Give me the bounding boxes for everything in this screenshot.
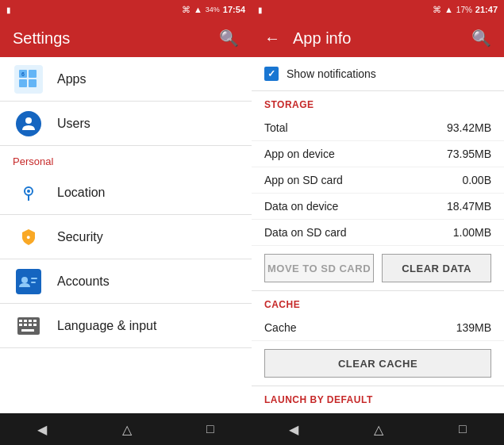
- users-label: Users: [57, 117, 90, 131]
- right-sim-icon: ▮: [258, 6, 263, 14]
- security-icon: ●: [13, 221, 44, 253]
- svg-rect-18: [19, 324, 22, 326]
- svg-rect-17: [33, 320, 37, 322]
- accounts-card-icon: [18, 274, 39, 290]
- cache-label: Cache: [264, 321, 296, 334]
- notifications-checkbox[interactable]: [264, 67, 279, 81]
- security-label: Security: [57, 230, 103, 244]
- left-battery-text: 34%: [206, 6, 220, 13]
- right-recent-nav-icon[interactable]: □: [459, 422, 467, 436]
- settings-item-apps[interactable]: 6 Apps: [0, 57, 252, 102]
- right-wifi-icon: ⌘: [433, 5, 441, 15]
- left-wifi-icon: ⌘: [182, 5, 190, 15]
- svg-rect-12: [31, 282, 36, 283]
- apps-grid-icon: 6: [17, 68, 40, 90]
- storage-row-total: Total 93.42MB: [252, 115, 504, 141]
- settings-item-location[interactable]: Location: [0, 171, 252, 215]
- right-signal-icon: ▲: [444, 5, 453, 14]
- app-info-content: Show notifications STORAGE Total 93.42MB…: [252, 57, 504, 413]
- cache-section-title: CACHE: [252, 291, 504, 315]
- data-device-label: Data on device: [264, 200, 338, 213]
- location-icon: [13, 177, 44, 209]
- clear-cache-button[interactable]: CLEAR CACHE: [264, 349, 491, 378]
- settings-item-language[interactable]: Language & input: [0, 304, 252, 348]
- svg-text:●: ●: [26, 233, 30, 241]
- left-recent-nav-icon[interactable]: □: [206, 422, 214, 436]
- right-status-bar: ▮ ⌘ ▲ 17% 21:47: [252, 0, 504, 19]
- left-search-button[interactable]: 🔍: [219, 29, 239, 48]
- storage-section-title: STORAGE: [252, 91, 504, 115]
- right-status-right: ⌘ ▲ 17% 21:47: [433, 5, 498, 15]
- personal-section-header: Personal: [0, 146, 252, 171]
- apps-label: Apps: [57, 72, 86, 86]
- left-back-nav-icon[interactable]: ◀: [37, 422, 47, 437]
- keyboard-svg-icon: [17, 317, 40, 335]
- cache-row: Cache 139MB: [252, 315, 504, 341]
- svg-point-10: [21, 277, 28, 283]
- svg-rect-21: [33, 324, 37, 326]
- cache-button-row: CLEAR CACHE: [252, 341, 504, 386]
- app-sd-value: 0.00B: [462, 174, 491, 186]
- svg-point-7: [27, 190, 30, 193]
- right-toolbar: ← App info 🔍: [252, 19, 504, 57]
- svg-rect-11: [31, 278, 37, 279]
- svg-rect-2: [19, 79, 27, 87]
- data-sd-label: Data on SD card: [264, 226, 347, 239]
- clear-data-button[interactable]: CLEAR DATA: [382, 254, 491, 282]
- storage-total-value: 93.42MB: [447, 121, 491, 134]
- svg-rect-1: [29, 70, 37, 78]
- users-icon: [13, 108, 44, 140]
- location-label: Location: [57, 186, 106, 200]
- move-to-sd-button[interactable]: MOVE TO SD CARD: [264, 254, 374, 282]
- svg-rect-14: [19, 320, 22, 322]
- svg-point-5: [25, 117, 32, 124]
- settings-item-security[interactable]: ● Security: [0, 215, 252, 259]
- data-device-value: 18.47MB: [447, 200, 491, 213]
- left-status-bar: ▮ ⌘ ▲ 34% 17:54: [0, 0, 252, 19]
- app-sd-label: App on SD card: [264, 174, 343, 186]
- show-notifications-row[interactable]: Show notifications: [252, 57, 504, 91]
- right-toolbar-title: App info: [293, 29, 459, 48]
- right-home-nav-icon[interactable]: △: [374, 422, 383, 437]
- svg-text:6: 6: [21, 71, 25, 77]
- notifications-label: Show notifications: [287, 67, 376, 80]
- data-sd-value: 1.00MB: [453, 226, 491, 239]
- left-sim-icon: ▮: [6, 6, 11, 14]
- left-status-right-icons: ⌘ ▲ 34% 17:54: [182, 5, 245, 15]
- right-search-button[interactable]: 🔍: [471, 29, 491, 48]
- right-battery-text: 17%: [456, 6, 472, 14]
- location-pin-icon: [19, 183, 38, 202]
- svg-rect-16: [29, 320, 32, 322]
- svg-rect-19: [24, 324, 27, 326]
- accounts-icon: [13, 266, 44, 297]
- svg-rect-20: [29, 324, 32, 326]
- svg-rect-15: [24, 320, 27, 322]
- app-device-label: App on device: [264, 148, 335, 160]
- left-home-nav-icon[interactable]: △: [122, 422, 132, 437]
- storage-row-data-device: Data on device 18.47MB: [252, 194, 504, 220]
- keyboard-icon: [13, 310, 44, 342]
- apps-icon: 6: [13, 63, 44, 95]
- cache-value: 139MB: [456, 321, 491, 334]
- svg-rect-22: [21, 329, 34, 332]
- right-back-button[interactable]: ←: [264, 29, 280, 48]
- settings-item-users[interactable]: Users: [0, 102, 252, 146]
- settings-item-accounts[interactable]: Accounts: [0, 259, 252, 304]
- app-device-value: 73.95MB: [447, 148, 491, 160]
- storage-row-app-sd: App on SD card 0.00B: [252, 167, 504, 194]
- right-status-left: ▮: [258, 6, 263, 14]
- users-person-icon: [20, 115, 37, 132]
- right-panel: ▮ ⌘ ▲ 17% 21:47 ← App info 🔍 Show notifi…: [252, 0, 504, 445]
- right-nav-bar: ◀ △ □: [252, 413, 504, 445]
- right-back-nav-icon[interactable]: ◀: [289, 422, 298, 437]
- launch-default-section-title: LAUNCH BY DEFAULT: [252, 386, 504, 410]
- accounts-label: Accounts: [57, 274, 110, 289]
- storage-row-app-device: App on device 73.95MB: [252, 141, 504, 167]
- left-status-left-icons: ▮: [6, 6, 11, 14]
- language-label: Language & input: [57, 319, 156, 333]
- svg-rect-3: [29, 79, 37, 87]
- left-toolbar-title: Settings: [13, 29, 70, 48]
- left-toolbar: Settings 🔍: [0, 19, 252, 57]
- left-time: 17:54: [223, 5, 245, 14]
- left-signal-icon: ▲: [194, 5, 202, 14]
